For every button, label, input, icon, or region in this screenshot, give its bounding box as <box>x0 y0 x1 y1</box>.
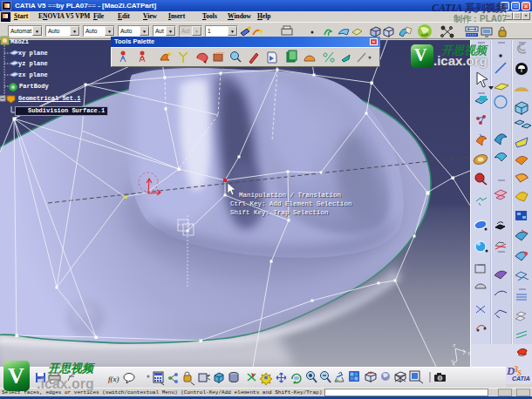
svg-text:Manipulation / Translation: Manipulation / Translation <box>239 192 341 199</box>
svg-text:x: x <box>451 358 454 364</box>
svg-text:z: z <box>453 342 456 348</box>
svg-text:+: + <box>207 373 210 378</box>
svg-text:f(x): f(x) <box>108 375 119 383</box>
svg-text:Shift Key: Trap Selection: Shift Key: Trap Selection <box>230 209 329 216</box>
svg-text:CATIA: CATIA <box>512 375 530 382</box>
svg-text:Ctrl Key: Add Element Selectio: Ctrl Key: Add Element Selection <box>230 200 352 207</box>
